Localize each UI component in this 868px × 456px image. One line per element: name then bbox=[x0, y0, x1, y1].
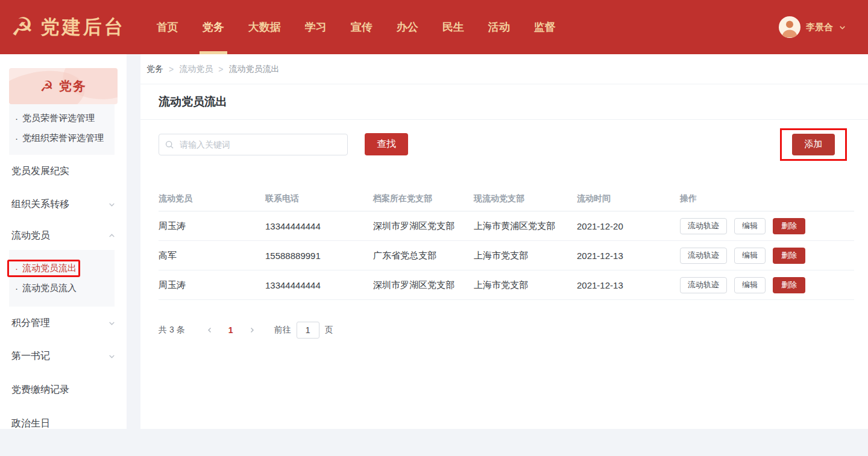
nav-item-party-affairs[interactable]: 党务 bbox=[190, 0, 236, 54]
breadcrumb: 党务 > 流动党员 > 流动党员流出 bbox=[140, 54, 868, 84]
chevron-down-icon bbox=[838, 23, 846, 31]
cell-actions: 流动轨迹 编辑 删除 bbox=[680, 218, 854, 234]
sidebar-item-mobile-members[interactable]: 流动党员 bbox=[0, 221, 127, 250]
sidebar-item-org-relation-transfer[interactable]: 组织关系转移 bbox=[0, 188, 127, 221]
nav-item-office[interactable]: 办公 bbox=[385, 0, 430, 54]
column-header-phone: 联系电话 bbox=[265, 193, 373, 204]
cell-flow-date: 2021-12-20 bbox=[577, 221, 680, 231]
party-emblem-icon: ☭ bbox=[40, 79, 53, 94]
nav-item-supervision[interactable]: 监督 bbox=[522, 0, 568, 54]
top-nav: 首页 党务 大数据 学习 宣传 办公 民生 活动 监督 bbox=[145, 0, 568, 54]
bullet: · bbox=[15, 113, 18, 123]
breadcrumb-item-mobile-members[interactable]: 流动党员 bbox=[179, 64, 213, 75]
search-input[interactable] bbox=[159, 134, 348, 155]
sidebar-item-first-secretary[interactable]: 第一书记 bbox=[0, 340, 127, 373]
goto-page-group: 前往 页 bbox=[274, 322, 333, 339]
breadcrumb-separator: > bbox=[169, 64, 174, 74]
column-header-archive-branch: 档案所在党支部 bbox=[373, 193, 474, 204]
nav-item-activity[interactable]: 活动 bbox=[476, 0, 522, 54]
main-content: 党务 > 流动党员 > 流动党员流出 流动党员流出 查找 添加 bbox=[140, 54, 868, 429]
sidebar-item-label: 党费缴纳记录 bbox=[11, 384, 69, 396]
table-row: 周玉涛 13344444444 深圳市罗湖区党支部 上海市党支部 2021-12… bbox=[159, 270, 854, 300]
track-button[interactable]: 流动轨迹 bbox=[680, 248, 727, 264]
cell-phone: 13344444444 bbox=[265, 221, 373, 231]
sidebar-item-member-development[interactable]: 党员发展纪实 bbox=[0, 155, 127, 188]
party-emblem-icon: ☭ bbox=[11, 14, 34, 40]
edit-button[interactable]: 编辑 bbox=[734, 277, 766, 293]
bullet: · bbox=[15, 263, 18, 273]
sidebar-item-label: 党组织荣誉评选管理 bbox=[22, 133, 104, 144]
track-button[interactable]: 流动轨迹 bbox=[680, 277, 727, 293]
delete-button[interactable]: 删除 bbox=[773, 277, 805, 293]
cell-archive-branch: 深圳市罗湖区党支部 bbox=[373, 220, 474, 232]
cell-flow-date: 2021-12-13 bbox=[577, 251, 680, 261]
chevron-left-icon bbox=[206, 326, 213, 334]
track-button[interactable]: 流动轨迹 bbox=[680, 218, 727, 234]
column-header-actions: 操作 bbox=[680, 193, 854, 204]
page-title: 流动党员流出 bbox=[159, 94, 227, 110]
table-row: 周玉涛 13344444444 深圳市罗湖区党支部 上海市黄浦区党支部 2021… bbox=[159, 211, 854, 241]
next-page-button[interactable] bbox=[243, 322, 261, 339]
sidebar-item-mobile-member-inflow[interactable]: · 流动党员流入 bbox=[9, 278, 115, 298]
add-button-wrapper: 添加 bbox=[792, 134, 835, 155]
cell-actions: 流动轨迹 编辑 删除 bbox=[680, 248, 854, 264]
breadcrumb-item-current: 流动党员流出 bbox=[228, 64, 279, 75]
delete-button[interactable]: 删除 bbox=[773, 218, 805, 234]
search-button[interactable]: 查找 bbox=[365, 133, 408, 155]
cell-current-branch: 上海市党支部 bbox=[474, 250, 577, 261]
page-root: ☭ 党建后台 首页 党务 大数据 学习 宣传 办公 民生 活动 监督 李景合 bbox=[0, 0, 868, 456]
pagination-total: 共 3 条 bbox=[159, 325, 185, 336]
user-avatar bbox=[779, 16, 800, 38]
cell-flow-date: 2021-12-13 bbox=[577, 280, 680, 290]
cell-member-name: 周玉涛 bbox=[159, 280, 265, 291]
sidebar-item-member-honor[interactable]: · 党员荣誉评选管理 bbox=[9, 108, 115, 128]
app-logo[interactable]: ☭ 党建后台 bbox=[11, 14, 125, 40]
cell-phone: 15588889991 bbox=[265, 251, 373, 261]
nav-item-big-data[interactable]: 大数据 bbox=[236, 0, 293, 54]
user-name: 李景合 bbox=[806, 22, 833, 33]
table-header-row: 流动党员 联系电话 档案所在党支部 现流动党支部 流动时间 操作 bbox=[159, 187, 854, 211]
sidebar-item-label: 第一书记 bbox=[11, 350, 50, 363]
breadcrumb-separator: > bbox=[218, 64, 223, 74]
delete-button[interactable]: 删除 bbox=[773, 248, 805, 264]
prev-page-button[interactable] bbox=[201, 322, 219, 339]
edit-button[interactable]: 编辑 bbox=[734, 218, 766, 234]
bullet: · bbox=[15, 133, 18, 143]
column-header-flow-date: 流动时间 bbox=[577, 193, 680, 204]
top-header: ☭ 党建后台 首页 党务 大数据 学习 宣传 办公 民生 活动 监督 李景合 bbox=[0, 0, 868, 54]
sidebar-item-label: 政治生日 bbox=[11, 417, 50, 430]
sidebar-item-dues-payment-record[interactable]: 党费缴纳记录 bbox=[0, 373, 127, 407]
chevron-right-icon bbox=[248, 326, 256, 334]
sidebar-item-label: 流动党员流入 bbox=[22, 283, 77, 294]
cell-current-branch: 上海市党支部 bbox=[474, 280, 577, 291]
goto-page-unit: 页 bbox=[325, 325, 333, 336]
goto-page-input[interactable] bbox=[297, 322, 319, 339]
nav-item-livelihood[interactable]: 民生 bbox=[430, 0, 476, 54]
mobile-members-submenu-group: · 流动党员流出 · 流动党员流入 bbox=[9, 250, 115, 307]
sidebar-item-org-honor[interactable]: · 党组织荣誉评选管理 bbox=[9, 128, 115, 148]
add-button[interactable]: 添加 bbox=[792, 134, 835, 155]
cell-actions: 流动轨迹 编辑 删除 bbox=[680, 277, 854, 293]
sidebar-banner-title: 党务 bbox=[59, 78, 87, 95]
sidebar-item-mobile-member-outflow[interactable]: · 流动党员流出 bbox=[9, 258, 115, 278]
sidebar-item-political-birthday[interactable]: 政治生日 bbox=[0, 407, 127, 440]
chevron-down-icon bbox=[108, 201, 116, 208]
cell-phone: 13344444444 bbox=[265, 280, 373, 290]
table-row: 高军 15588889991 广东省党总支部 上海市党支部 2021-12-13… bbox=[159, 241, 854, 270]
nav-item-publicity[interactable]: 宣传 bbox=[339, 0, 385, 54]
page-number-current[interactable]: 1 bbox=[219, 325, 243, 335]
mobile-members-table: 流动党员 联系电话 档案所在党支部 现流动党支部 流动时间 操作 周玉涛 133… bbox=[159, 187, 854, 300]
user-menu[interactable]: 李景合 bbox=[779, 16, 846, 38]
cell-archive-branch: 广东省党总支部 bbox=[373, 250, 474, 261]
person-icon bbox=[779, 16, 800, 38]
pagination: 共 3 条 1 前往 页 bbox=[159, 322, 868, 339]
sidebar-item-label: 流动党员流出 bbox=[22, 263, 77, 274]
edit-button[interactable]: 编辑 bbox=[734, 248, 766, 264]
breadcrumb-item-party-affairs[interactable]: 党务 bbox=[146, 64, 163, 75]
sidebar-item-points-management[interactable]: 积分管理 bbox=[0, 307, 127, 340]
nav-item-study[interactable]: 学习 bbox=[293, 0, 339, 54]
sidebar-item-label: 组织关系转移 bbox=[11, 198, 69, 211]
bullet: · bbox=[15, 283, 18, 293]
chevron-down-icon bbox=[108, 352, 116, 360]
nav-item-home[interactable]: 首页 bbox=[145, 0, 190, 54]
